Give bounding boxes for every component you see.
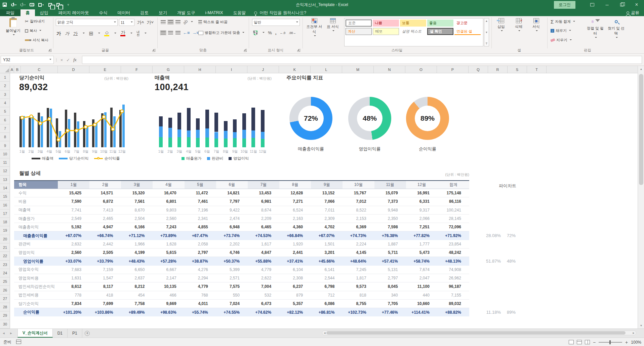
cell[interactable]: 1,631 — [58, 274, 89, 282]
cell[interactable]: 7,251 — [406, 223, 438, 231]
cell[interactable]: 4,746 — [216, 248, 248, 257]
cell[interactable]: 5,711 — [374, 248, 406, 257]
cell[interactable]: 466 — [153, 291, 184, 299]
percent-icon[interactable]: % — [268, 30, 272, 35]
copy-button[interactable]: 복사 — [25, 28, 41, 33]
cell[interactable]: 778 — [58, 291, 89, 299]
cell[interactable]: +66.74% — [89, 231, 121, 240]
row-header-7[interactable]: 7 — [0, 124, 10, 133]
row-header-21[interactable]: 21 — [0, 243, 10, 252]
cell[interactable]: 6,872 — [89, 197, 121, 205]
cell[interactable]: 6,524 — [279, 206, 311, 214]
cell[interactable]: 2,637 — [121, 274, 153, 282]
cell[interactable]: 4,276 — [185, 266, 216, 274]
cell[interactable]: 8,522 — [343, 206, 374, 214]
cell[interactable]: 15,320 — [121, 189, 153, 197]
insert-function-icon[interactable]: fx — [73, 57, 76, 63]
cell[interactable]: 2,209 — [248, 215, 279, 223]
cell[interactable]: 7,271 — [279, 197, 311, 205]
cell[interactable]: 16,470 — [153, 189, 184, 197]
cell[interactable]: 6,331 — [406, 197, 438, 205]
cell[interactable]: 8,045 — [374, 282, 406, 291]
row-header-28[interactable]: 28 — [0, 303, 10, 311]
cell[interactable]: 7,590 — [58, 197, 89, 205]
cell[interactable]: 5,357 — [279, 300, 311, 308]
grow-font-icon[interactable]: 가˄ — [137, 20, 144, 26]
cell[interactable]: +37.41% — [279, 257, 311, 265]
delete-cells-button[interactable]: × 삭제 — [512, 18, 526, 32]
align-right-icon[interactable] — [175, 31, 180, 35]
cell[interactable]: 8,212 — [121, 282, 153, 291]
maximize-icon[interactable] — [614, 0, 629, 9]
new-sheet-button[interactable]: + — [82, 329, 92, 338]
cell[interactable]: +57.28% — [153, 257, 184, 265]
row-header-16[interactable]: 16 — [0, 201, 10, 209]
login-button[interactable]: 로그인 — [554, 1, 575, 9]
cell[interactable]: 5,615 — [153, 248, 184, 257]
cell[interactable]: 7,683 — [58, 266, 89, 274]
borders-icon[interactable]: ⊞ — [89, 30, 93, 37]
row-header-14[interactable]: 14 — [0, 184, 10, 192]
select-all-corner[interactable] — [0, 66, 10, 73]
cell[interactable]: 9,948 — [374, 206, 406, 214]
cell[interactable]: 818 — [343, 291, 374, 299]
minimize-icon[interactable]: ─ — [600, 0, 614, 9]
merge-center-button[interactable]: 병합하고 가운데 맞춤 — [198, 30, 244, 35]
cell[interactable]: +38.87% — [185, 257, 216, 265]
cell[interactable]: 2,504 — [121, 215, 153, 223]
cell[interactable]: 2,797 — [185, 248, 216, 257]
cell[interactable]: 1,628 — [153, 240, 184, 248]
cell-total[interactable]: 7,155 — [438, 291, 469, 299]
comma-icon[interactable]: , — [275, 30, 277, 35]
cell-total[interactable]: 26,962 — [438, 274, 469, 282]
cell[interactable]: 6,981 — [248, 197, 279, 205]
cell[interactable]: 7,066 — [311, 197, 343, 205]
cell[interactable]: 6,948 — [216, 223, 248, 231]
tell-me-search[interactable]: 어떤 작업을 원하시나요? — [254, 9, 306, 16]
cell[interactable]: 7,699 — [89, 300, 121, 308]
cell-total[interactable]: 89,032 — [438, 300, 469, 308]
cell[interactable]: 7,705 — [374, 300, 406, 308]
cell[interactable]: 5,399 — [216, 266, 248, 274]
cell[interactable]: 7,243 — [153, 223, 184, 231]
sheet-tab-P1[interactable]: P1 — [68, 329, 82, 338]
row-header-17[interactable]: 17 — [0, 209, 10, 218]
cell[interactable]: +101.20% — [58, 308, 89, 316]
scroll-right-icon[interactable]: ► — [632, 331, 635, 335]
cell-total[interactable]: 175,148 — [438, 189, 469, 197]
macro-record-icon[interactable] — [16, 340, 21, 344]
cell[interactable]: 7,373 — [374, 197, 406, 205]
cell[interactable]: 7,461 — [185, 197, 216, 205]
cell[interactable]: 6,465 — [248, 223, 279, 231]
cell[interactable]: 13,453 — [248, 189, 279, 197]
align-top-icon[interactable] — [161, 20, 166, 24]
underline-button[interactable]: 가 — [73, 31, 78, 37]
row-header-13[interactable]: 13 — [0, 176, 10, 184]
row-header-20[interactable]: 20 — [0, 235, 10, 243]
cell[interactable]: +33.07% — [58, 257, 89, 265]
ribbon-tab-개발 도구[interactable]: 개발 도구 — [172, 9, 200, 16]
orientation-icon[interactable]: ab — [182, 18, 189, 26]
page-layout-view-icon[interactable] — [577, 340, 582, 344]
row-header-15[interactable]: 15 — [0, 192, 10, 201]
cell[interactable]: 8,117 — [89, 282, 121, 291]
cell[interactable]: 2,224 — [343, 240, 374, 248]
column-header-G[interactable]: G — [153, 66, 184, 73]
cell-total[interactable]: 74,908 — [438, 266, 469, 274]
ribbon-tab-삽입[interactable]: 삽입 — [35, 9, 53, 16]
cell-total[interactable]: 86,116 — [438, 197, 469, 205]
cell[interactable]: 2,147 — [153, 274, 184, 282]
cell[interactable]: +73.89% — [153, 231, 184, 240]
cell[interactable]: 4,847 — [248, 248, 279, 257]
cell[interactable]: 7,741 — [58, 206, 89, 214]
cell-total[interactable]: 23,854 — [438, 240, 469, 248]
column-header-I[interactable]: I — [216, 66, 247, 73]
cell[interactable]: +66.84% — [279, 231, 311, 240]
cell[interactable]: 4,199 — [121, 248, 153, 257]
phonetic-button[interactable]: 내천 — [136, 31, 139, 37]
cell[interactable]: +76.38% — [374, 231, 406, 240]
column-header-E[interactable]: E — [89, 66, 121, 73]
cell[interactable]: 8,670 — [121, 206, 153, 214]
cell[interactable]: 2,350 — [374, 215, 406, 223]
autosum-button[interactable]: Σ자동 합계 — [551, 19, 575, 25]
